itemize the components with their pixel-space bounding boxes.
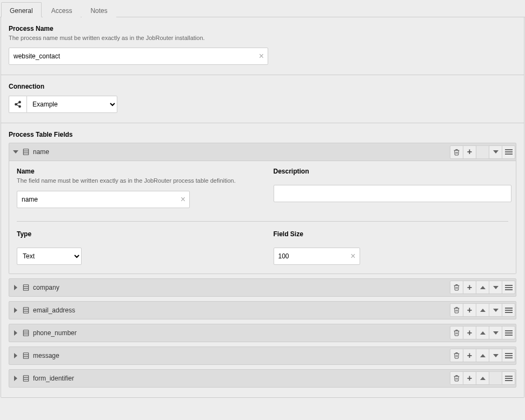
svg-point-2: [19, 106, 21, 108]
process-name-hint: The process name must be written exactly…: [9, 34, 516, 42]
svg-rect-17: [23, 353, 28, 359]
field-header[interactable]: company +: [9, 279, 516, 296]
table-icon: [22, 375, 30, 382]
svg-point-0: [19, 102, 21, 104]
chevron-right-icon[interactable]: [12, 330, 19, 336]
delete-button[interactable]: [450, 303, 463, 317]
field-row: name + Name The field name must be writt…: [9, 143, 516, 274]
move-up-button[interactable]: [476, 371, 489, 385]
drag-handle[interactable]: [502, 281, 515, 294]
svg-rect-5: [23, 149, 28, 155]
detail-type-label: Type: [17, 230, 252, 238]
drag-handle[interactable]: [502, 303, 515, 317]
chevron-right-icon[interactable]: [12, 308, 19, 313]
chevron-right-icon[interactable]: [12, 376, 19, 381]
connection-select[interactable]: Example: [26, 96, 117, 113]
drag-handle[interactable]: [502, 326, 515, 339]
field-name-label: message: [33, 352, 59, 359]
add-button[interactable]: +: [463, 303, 476, 317]
field-name-label: form_identifier: [33, 375, 74, 382]
delete-button[interactable]: [450, 326, 463, 339]
move-up-button[interactable]: [476, 281, 489, 294]
detail-size-label: Field Size: [274, 230, 509, 238]
connection-label: Connection: [9, 83, 516, 90]
move-down-button[interactable]: [489, 281, 502, 294]
field-row: form_identifier +: [9, 369, 516, 388]
connection-section: Connection Example: [1, 75, 524, 123]
field-header[interactable]: name +: [9, 143, 516, 161]
move-up-button[interactable]: [476, 349, 489, 362]
field-detail: Name The field name must be written exac…: [9, 161, 516, 273]
delete-button[interactable]: [450, 349, 463, 362]
field-name-label: email_address: [33, 306, 75, 314]
add-button[interactable]: +: [463, 281, 476, 294]
field-name-label: name: [33, 148, 49, 156]
svg-point-1: [15, 104, 17, 106]
field-row: company +: [9, 278, 516, 297]
detail-type-select[interactable]: Text: [17, 248, 82, 265]
field-name-label: phone_number: [33, 329, 77, 337]
tab-access[interactable]: Access: [43, 2, 81, 17]
add-button[interactable]: +: [463, 145, 476, 159]
fields-title: Process Table Fields: [9, 131, 516, 138]
delete-button[interactable]: [450, 281, 463, 294]
process-table-fields-section: Process Table Fields name +: [1, 123, 524, 397]
table-icon: [22, 306, 30, 314]
svg-rect-11: [23, 308, 28, 314]
table-icon: [22, 284, 30, 291]
process-name-section: Process Name The process name must be wr…: [1, 17, 524, 75]
field-header[interactable]: phone_number +: [9, 324, 516, 342]
move-up-button: [476, 145, 489, 159]
close-icon[interactable]: ×: [350, 252, 355, 261]
delete-button[interactable]: [450, 145, 463, 159]
field-name-label: company: [33, 284, 59, 291]
detail-desc-label: Description: [274, 168, 509, 175]
add-button[interactable]: +: [463, 326, 476, 339]
field-header[interactable]: form_identifier +: [9, 370, 516, 387]
tab-general[interactable]: General: [1, 2, 42, 17]
tab-bar: General Access Notes: [0, 0, 525, 17]
svg-rect-8: [23, 285, 28, 291]
svg-rect-14: [23, 330, 28, 336]
move-down-button[interactable]: [489, 349, 502, 362]
field-row: message +: [9, 346, 516, 365]
table-icon: [22, 148, 30, 156]
chevron-down-icon[interactable]: [12, 150, 19, 154]
move-up-button[interactable]: [476, 303, 489, 317]
field-row: phone_number +: [9, 324, 516, 342]
process-name-label: Process Name: [9, 25, 516, 32]
close-icon[interactable]: ×: [259, 52, 264, 61]
process-name-input[interactable]: [9, 48, 268, 65]
add-button[interactable]: +: [463, 371, 476, 385]
svg-line-3: [17, 103, 19, 104]
svg-line-4: [17, 105, 19, 106]
svg-rect-20: [23, 376, 28, 382]
move-down-button: [489, 371, 502, 385]
table-icon: [22, 329, 30, 337]
detail-size-input[interactable]: [274, 248, 360, 265]
table-icon: [22, 352, 30, 359]
drag-handle[interactable]: [502, 371, 515, 385]
field-row: email_address +: [9, 301, 516, 319]
field-header[interactable]: message +: [9, 347, 516, 364]
detail-desc-input[interactable]: [274, 185, 511, 202]
add-button[interactable]: +: [463, 349, 476, 362]
delete-button[interactable]: [450, 371, 463, 385]
drag-handle[interactable]: [502, 145, 515, 159]
chevron-right-icon[interactable]: [12, 285, 19, 290]
move-down-button[interactable]: [489, 303, 502, 317]
tab-notes[interactable]: Notes: [82, 2, 116, 17]
move-down-button[interactable]: [489, 145, 502, 159]
move-down-button[interactable]: [489, 326, 502, 339]
general-panel: Process Name The process name must be wr…: [1, 17, 524, 398]
fields-list: name + Name The field name must be writt…: [9, 143, 516, 387]
drag-handle[interactable]: [502, 349, 515, 362]
share-icon: [9, 96, 26, 113]
detail-name-hint: The field name must be written exactly a…: [17, 177, 252, 185]
close-icon[interactable]: ×: [181, 195, 185, 204]
detail-name-input[interactable]: [17, 191, 190, 208]
chevron-right-icon[interactable]: [12, 353, 19, 358]
field-header[interactable]: email_address +: [9, 302, 516, 319]
detail-name-label: Name: [17, 168, 252, 175]
move-up-button[interactable]: [476, 326, 489, 339]
